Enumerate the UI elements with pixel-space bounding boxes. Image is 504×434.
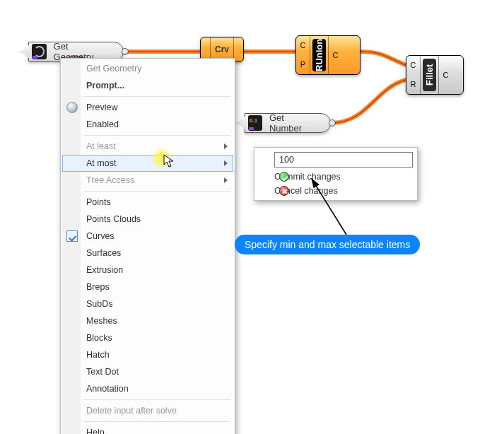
- ok-icon: [279, 172, 289, 182]
- input-grip[interactable]: [237, 116, 245, 130]
- node-label: Fillet: [423, 59, 436, 91]
- menu-help[interactable]: Help...: [62, 424, 233, 434]
- menu-enabled[interactable]: Enabled: [62, 116, 233, 133]
- port-in-r[interactable]: R: [406, 81, 420, 88]
- port-in-p[interactable]: P: [296, 61, 310, 69]
- menu-preview[interactable]: Preview: [62, 99, 233, 116]
- menu-filter-curves[interactable]: Curves: [62, 228, 233, 245]
- preview-icon: [66, 102, 78, 113]
- port-in-c[interactable]: C: [406, 61, 420, 69]
- menu-filter-points[interactable]: Points: [62, 194, 233, 211]
- port-out-c[interactable]: C: [329, 52, 342, 59]
- callout-bubble: Specify min and max selectable items: [235, 235, 420, 254]
- output-grip[interactable]: [329, 119, 336, 127]
- port-out-c[interactable]: C: [439, 71, 452, 79]
- output-grip[interactable]: [122, 48, 129, 55]
- menu-prompt[interactable]: Prompt...: [62, 77, 233, 94]
- menu-at-most[interactable]: At most: [62, 155, 233, 172]
- menu-filter-meshes[interactable]: Meshes: [62, 312, 233, 329]
- menu-filter-blocks[interactable]: Blocks: [62, 329, 233, 346]
- menu-at-least[interactable]: At least: [62, 138, 233, 155]
- menu-filter-breps[interactable]: Breps: [62, 278, 233, 295]
- number-icon: [248, 115, 262, 131]
- param-get-number[interactable]: Get Number: [245, 113, 331, 133]
- value-input[interactable]: [274, 152, 413, 168]
- chevron-right-icon: [224, 143, 228, 149]
- node-runion[interactable]: C P RUnion C: [295, 35, 361, 75]
- menu-filter-annotation[interactable]: Annotation: [62, 380, 233, 397]
- chevron-right-icon: [224, 177, 228, 183]
- menu-filter-pointclouds[interactable]: Points Clouds: [62, 211, 233, 228]
- menu-delete-after[interactable]: Delete input after solve: [62, 402, 233, 419]
- menu-filter-subds[interactable]: SubDs: [62, 295, 233, 312]
- menu-filter-extrusion[interactable]: Extrusion: [62, 262, 233, 278]
- cancel-icon: [279, 186, 289, 196]
- menu-filter-hatch[interactable]: Hatch: [62, 346, 233, 363]
- node-label: RUnion: [312, 39, 326, 71]
- menu-tree-access[interactable]: Tree Access: [62, 172, 233, 189]
- node-fillet[interactable]: C R Fillet C: [406, 55, 464, 95]
- menu-filter-surfaces[interactable]: Surfaces: [62, 245, 233, 262]
- param-label: Get Number: [266, 112, 317, 134]
- geometry-icon: [32, 44, 47, 59]
- menu-filter-textdot[interactable]: Text Dot: [62, 363, 233, 380]
- menu-title: Get Geometry: [62, 60, 233, 77]
- value-popup: Commit changes Cancel changes: [254, 147, 418, 201]
- port-in-c[interactable]: C: [296, 42, 310, 49]
- input-grip[interactable]: [20, 45, 29, 59]
- check-icon: [66, 230, 78, 242]
- chevron-right-icon: [224, 160, 228, 166]
- context-menu: Get Geometry Prompt... Preview Enabled A…: [60, 58, 235, 434]
- warning-tab: [321, 35, 335, 36]
